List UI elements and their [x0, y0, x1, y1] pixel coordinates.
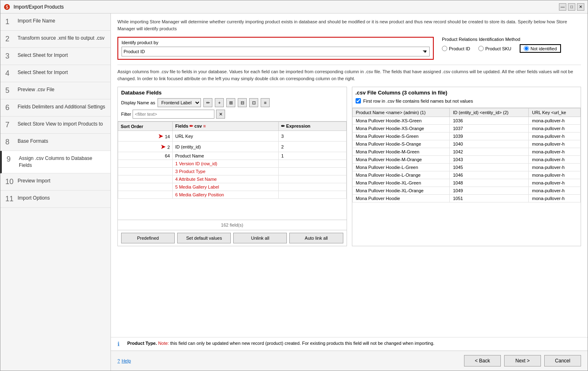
first-row-checkbox[interactable]: [356, 98, 361, 103]
title-bar: S Import/Export Products — □ ✕: [0, 0, 588, 13]
sidebar-item-4[interactable]: 4 Select Sheet for Import: [0, 65, 110, 82]
csv-cell-col2: 1046: [449, 171, 528, 179]
main-layout: 1 Import File Name 2 Transform source .x…: [0, 13, 588, 371]
sidebar-item-6[interactable]: 6 Fields Delimiters and Additional Setti…: [0, 99, 110, 117]
db-panel-header: Database Fields Display Name as Frontend…: [118, 87, 347, 121]
table-row[interactable]: 6 Media Gallery Position: [118, 191, 347, 199]
title-bar-left: S Import/Export Products: [4, 4, 64, 10]
csv-expr-cell: [279, 191, 346, 199]
sidebar-label-2: Transform source .xml file to output .cs…: [18, 35, 104, 42]
sidebar-number-3: 3: [5, 52, 14, 61]
back-button[interactable]: < Back: [464, 355, 501, 367]
radio-product-id-input[interactable]: [442, 46, 447, 51]
sidebar-label-11: Import Options: [18, 195, 50, 202]
csv-cell-col3: mona-pullover-h: [529, 187, 581, 195]
sidebar-item-7[interactable]: 7 Select Store View to import Products t…: [0, 117, 110, 134]
radio-product-sku[interactable]: Product SKU: [478, 46, 511, 51]
radio-product-id[interactable]: Product ID: [442, 46, 470, 51]
edit-button[interactable]: ✏: [203, 98, 212, 107]
list-item: Mona Pullover Hoodie-M-Orange1043mona-pu…: [352, 156, 581, 164]
sidebar: 1 Import File Name 2 Transform source .x…: [0, 13, 111, 371]
auto-link-button[interactable]: Auto link all: [289, 233, 343, 243]
sidebar-item-1[interactable]: 1 Import File Name: [0, 13, 110, 31]
csv-expr-cell: 2: [279, 142, 346, 152]
table-row[interactable]: 5 Media Gallery Label: [118, 183, 347, 191]
sort-order-cell: [118, 168, 173, 175]
radio-not-identified[interactable]: Not identified: [520, 44, 561, 53]
radio-not-identified-input[interactable]: [524, 46, 529, 51]
csv-cell-col3: mona-pullover-h: [529, 171, 581, 179]
csv-cell-col1: Mona Pullover Hoodie-XS-Orange: [352, 125, 449, 133]
assign-instructions: Assign columns from .csv file to fields …: [117, 65, 581, 82]
list-item: Mona Pullover Hoodie-S-Green1039mona-pul…: [352, 133, 581, 140]
csv-cell-col3: mona-pullover-h: [529, 164, 581, 171]
sidebar-item-11[interactable]: 11 Import Options: [0, 191, 110, 208]
help-link[interactable]: ? Help: [117, 358, 131, 363]
display-name-select[interactable]: Frontend Label Backend Name: [158, 98, 201, 107]
csv-cell-col1: Mona Pullover Hoodie-L-Green: [352, 164, 449, 171]
collapse-button[interactable]: ⊟: [238, 98, 247, 107]
window-title: Import/Export Products: [14, 4, 64, 10]
csv-cell-col1: Mona Pullover Hoodie-L-Orange: [352, 171, 449, 179]
sidebar-label-6: Fields Delimiters and Additional Setting…: [18, 103, 105, 110]
add-button[interactable]: +: [215, 98, 224, 107]
csv-expr-cell: [279, 168, 346, 175]
table-row[interactable]: ➤14URL Key3: [118, 131, 347, 142]
unlink-all-button[interactable]: Unlink all: [233, 233, 287, 243]
expand-button[interactable]: ⊞: [226, 98, 235, 107]
sidebar-label-7: Select Store View to import Products to: [18, 121, 103, 128]
restore-button[interactable]: □: [568, 3, 575, 11]
csv-cell-col1: Mona Pullover Hoodie-S-Green: [352, 133, 449, 140]
filter-input[interactable]: [133, 110, 214, 119]
note-content: Product Type. Note: this field can only …: [127, 341, 435, 346]
radio-product-sku-label: Product SKU: [485, 46, 511, 51]
sidebar-label-4: Select Sheet for Import: [18, 69, 68, 76]
table-row[interactable]: 1 Version ID (row_id): [118, 160, 347, 168]
sidebar-item-5[interactable]: 5 Preview .csv File: [0, 82, 110, 99]
content-body: While importing Store Manager will deter…: [111, 13, 588, 337]
csv-cell-col3: mona-pullover-h: [529, 156, 581, 164]
next-button[interactable]: Next >: [504, 355, 541, 367]
list-item: Mona Pullover Hoodie-M-Green1042mona-pul…: [352, 148, 581, 156]
sidebar-number-1: 1: [5, 18, 14, 26]
fields-cell: Product Name: [173, 152, 279, 160]
table-row[interactable]: 64Product Name1: [118, 152, 347, 160]
set-default-button[interactable]: Set default values: [177, 233, 231, 243]
csv-cell-col2: 1040: [449, 140, 528, 148]
filter-row: Filter ✕: [121, 110, 343, 119]
predefined-button[interactable]: Predefined: [121, 233, 175, 243]
csv-expr-cell: [279, 160, 346, 168]
table-row[interactable]: ➤2ID (entity_id)2: [118, 142, 347, 152]
col-fields: Fields ✏ csv ≡: [173, 122, 279, 131]
csv-col-0: Product Name <name> (admin) (1): [352, 108, 449, 117]
sidebar-number-10: 10: [5, 178, 14, 186]
minimize-button[interactable]: —: [559, 3, 566, 11]
sidebar-item-2[interactable]: 2 Transform source .xml file to output .…: [0, 31, 110, 48]
sidebar-label-9: Assign .csv Columns to Database Fields: [19, 155, 106, 169]
content-area: While importing Store Manager will deter…: [111, 13, 588, 371]
identify-select-wrapper: Product ID Product SKU Product Name: [122, 47, 430, 56]
sidebar-item-8[interactable]: 8 Base Formats: [0, 134, 110, 151]
close-button[interactable]: ✕: [577, 3, 584, 11]
sort-order-cell: [118, 160, 173, 168]
list-item: Mona Pullover Hoodie-XS-Green1036mona-pu…: [352, 117, 581, 125]
intro-text: While importing Store Manager will deter…: [117, 18, 581, 32]
sidebar-item-3[interactable]: 3 Select Sheet for Import: [0, 48, 110, 65]
view-button[interactable]: ⊡: [249, 98, 258, 107]
csv-panel-title: .csv File Columns (3 columns in file): [356, 90, 578, 96]
cancel-button[interactable]: Cancel: [544, 355, 581, 367]
sort-button[interactable]: ≡: [261, 98, 270, 107]
bottom-bar: ? Help < Back Next > Cancel: [111, 351, 588, 371]
window-controls: — □ ✕: [559, 3, 584, 11]
sidebar-item-9[interactable]: 9 Assign .csv Columns to Database Fields: [0, 151, 110, 173]
table-row[interactable]: 4 Attribute Set Name: [118, 175, 347, 183]
csv-cell-col3: mona-pullover-h: [529, 117, 581, 125]
identify-select[interactable]: Product ID Product SKU Product Name: [122, 47, 430, 56]
csv-cell-col1: Mona Pullover Hoodie: [352, 195, 449, 202]
csv-cell-col2: 1039: [449, 133, 528, 140]
table-row[interactable]: 3 Product Type: [118, 168, 347, 175]
radio-product-sku-input[interactable]: [478, 46, 484, 51]
db-panel-title: Database Fields: [121, 90, 343, 96]
filter-clear-button[interactable]: ✕: [216, 110, 225, 119]
sidebar-item-10[interactable]: 10 Preview Import: [0, 173, 110, 191]
